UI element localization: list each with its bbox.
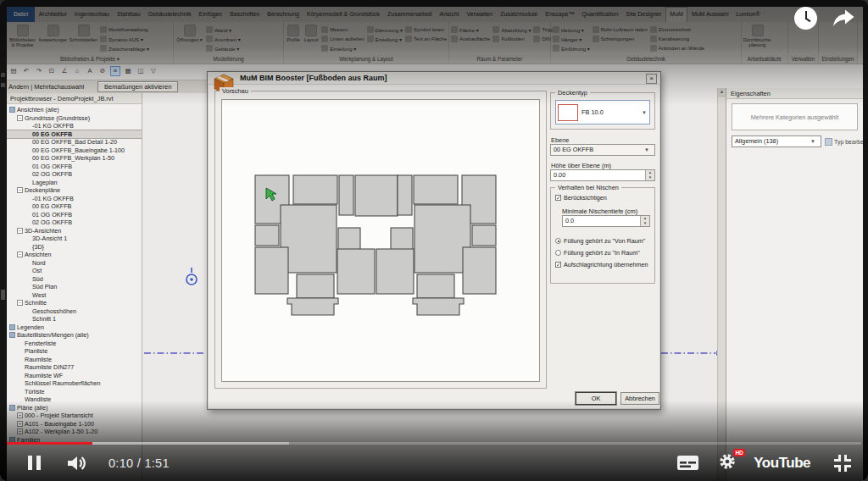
tree-item[interactable]: +A101 - Baueingabe 1-100 [7, 420, 142, 428]
ribbon-tab-architektur[interactable]: Architektur [35, 7, 70, 22]
tree-item[interactable]: 00 EG OKFFB_Bad Detail 1-20 [7, 138, 142, 147]
qat-icon[interactable]: ∠ [59, 66, 70, 76]
ribbon-button[interactable]: Bibliotheken & Projekte [8, 23, 36, 54]
qat-icon[interactable]: ⊘ [97, 66, 108, 76]
tree-item[interactable]: Legenden [7, 323, 142, 332]
ribbon-button[interactable]: Öffnungen ▾ [175, 23, 203, 54]
tree-expander-icon[interactable]: − [17, 252, 23, 257]
ribbon-button[interactable]: Linien aufteilen [321, 35, 364, 43]
ribbon-tab-zusatzmodule[interactable]: Zusatzmodule [497, 7, 542, 22]
close-icon[interactable]: × [646, 74, 657, 84]
tree-item[interactable]: −Schnitte [7, 299, 142, 307]
tree-item[interactable]: Lageplan [7, 179, 142, 187]
tree-expander-icon[interactable]: − [17, 187, 23, 193]
ribbon-button[interactable]: Rohr-Luftraum laden [593, 25, 648, 34]
tree-item[interactable]: 00 EG OKFFB [7, 202, 142, 211]
tree-item[interactable]: −Grundrisse (Grundrisse) [7, 114, 142, 123]
ribbon-button[interactable]: Fläche ▾ [451, 25, 490, 34]
tree-item[interactable]: -01 KG OKFFB [7, 122, 142, 130]
tree-expander-icon[interactable]: − [17, 115, 23, 121]
ribbon-button[interactable]: Fußboden [492, 35, 531, 43]
ribbon-tab-verwalten[interactable]: Verwalten [463, 7, 497, 22]
tree-item[interactable]: −Ansichten [7, 251, 142, 259]
scrollbar-up-icon[interactable]: ▲ [718, 88, 726, 97]
ribbon-tab-mum[interactable]: MuM [665, 7, 688, 22]
ribbon-button[interactable]: Zwischenablage ▾ [100, 44, 149, 53]
tree-item[interactable]: Türliste [7, 388, 142, 396]
tree-item[interactable]: 00 EG OKFFB_Werkplan 1-50 [7, 154, 142, 163]
subtitles-icon[interactable] [676, 455, 699, 471]
tree-item[interactable]: Pläne (alle) [7, 404, 142, 412]
ribbon-button[interactable]: Durchbruchs- planung [743, 23, 771, 54]
ribbon-button[interactable]: Symbol lesen [405, 25, 447, 34]
swing-direction-checkbox[interactable]: ✓ [555, 262, 561, 268]
ribbon-button[interactable]: Auswertungen [39, 23, 67, 54]
tree-expander-icon[interactable]: + [17, 421, 23, 427]
ribbon-button[interactable]: Heizung ▾ [553, 25, 590, 34]
ribbon-tab-datei[interactable]: Datei [7, 7, 35, 22]
spinner-icon[interactable]: ▲▼ [645, 170, 654, 180]
height-input[interactable]: 0.00 ▲▼ [550, 169, 655, 181]
ribbon-button[interactable]: Gebäude ▾ [206, 44, 241, 53]
tree-item[interactable]: +A102 - Werkplan 1-50 1-20 [7, 428, 142, 436]
qat-icon[interactable]: ▤ [8, 66, 19, 76]
youtube-logo[interactable]: YouTube [754, 455, 810, 472]
tree-item[interactable]: 01 OG OKFFB [7, 211, 142, 219]
tree-item[interactable]: West [7, 291, 142, 300]
qat-icon[interactable]: ↶ [21, 66, 31, 76]
tree-item[interactable]: Schlüssel Raumoberflächen [7, 379, 142, 388]
tree-expander-icon[interactable]: + [17, 428, 23, 434]
ribbon-button[interactable]: Wand ▾ [206, 25, 241, 34]
edit-type-button[interactable]: Typ bearbeiten [825, 138, 863, 146]
video-frame[interactable]: DateiArchitekturIngenieurbauStahlbauGebä… [0, 0, 868, 481]
tree-item[interactable]: {3D} [7, 243, 142, 252]
tree-item[interactable]: 3D-Ansicht 1 [7, 235, 142, 243]
ok-button[interactable]: OK [576, 392, 616, 405]
canvas-scrollbar[interactable]: ▲ [717, 88, 726, 481]
ribbon-button[interactable]: Text an Fläche [405, 35, 447, 43]
share-icon[interactable] [831, 8, 856, 29]
ribbon-button[interactable]: Messen [321, 25, 364, 34]
tree-expander-icon[interactable]: + [17, 412, 23, 418]
tree-item[interactable]: -01 KG OKFFB [7, 195, 142, 203]
qat-icon[interactable]: ▽ [148, 66, 159, 76]
ribbon-button[interactable]: Dämmung ▾ [367, 25, 403, 34]
ribbon-tab-berechnung[interactable]: Berechnung [264, 7, 303, 22]
qat-icon[interactable]: ⌂ [72, 66, 82, 76]
ribbon-tab-k-rpermodell-grundst-ck[interactable]: Körpermodell & Grundstück [303, 7, 384, 22]
tree-item[interactable]: +000 - Projekt Startansicht [7, 412, 142, 420]
ribbon-tab-zusammenarbeit[interactable]: Zusammenarbeit [384, 7, 437, 22]
niche-depth-input[interactable]: 0.0 ▲▼ [562, 215, 650, 227]
tree-expander-icon[interactable]: − [17, 300, 23, 306]
category-filter-combo[interactable]: Allgemein (138) ▼ [732, 135, 821, 147]
ribbon-button[interactable]: Abwicklung ▾ [492, 25, 531, 34]
ribbon-button[interactable]: Kanalisierung [650, 35, 704, 43]
ribbon-tab-lumion-[interactable]: Lumion® [732, 7, 764, 22]
ribbon-tab-stahlbau[interactable]: Stahlbau [113, 7, 144, 22]
ribbon-tab-enscape-[interactable]: Enscape™ [542, 7, 578, 22]
ribbon-button[interactable]: Einführung ▾ [553, 44, 590, 53]
ribbon-button[interactable]: Layout [303, 23, 319, 54]
ribbon-button[interactable]: Anbinden an Wände [650, 44, 704, 53]
tree-item[interactable]: Wandliste [7, 395, 142, 404]
ribbon-tab-einf-gen[interactable]: Einfügen [195, 7, 226, 22]
qat-icon[interactable]: ▦ [123, 66, 133, 76]
ribbon-button[interactable]: Profile [286, 23, 301, 54]
cancel-button[interactable]: Abbrechen [620, 392, 659, 405]
pause-button[interactable] [27, 456, 41, 470]
qat-icon[interactable]: A [85, 66, 95, 76]
tree-item[interactable]: Ansichten (alle) [7, 106, 142, 114]
spinner-icon[interactable]: ▲▼ [640, 216, 649, 226]
ribbon-tab-ingenieurbau[interactable]: Ingenieurbau [71, 7, 114, 22]
ribbon-button[interactable]: Erstellung ▾ [367, 35, 403, 43]
ribbon-tab-mum-auswahl[interactable]: MuM Auswahl [687, 7, 732, 22]
qat-icon[interactable]: ⊡ [47, 66, 57, 76]
tree-item[interactable]: −3D-Ansichten [7, 227, 142, 235]
tree-item[interactable]: Raumliste [7, 356, 142, 364]
tree-item[interactable]: Raumliste DIN277 [7, 363, 142, 372]
ribbon-button[interactable]: Modellverwaltung [100, 25, 149, 34]
ribbon-tab-geb-udetechnik[interactable]: Gebäudetechnik [144, 7, 195, 22]
consider-checkbox[interactable]: ✓ [555, 195, 561, 201]
ribbon-button[interactable]: Zimmereinheit [650, 25, 704, 34]
ribbon-tab-quantification[interactable]: Quantification [578, 7, 622, 22]
